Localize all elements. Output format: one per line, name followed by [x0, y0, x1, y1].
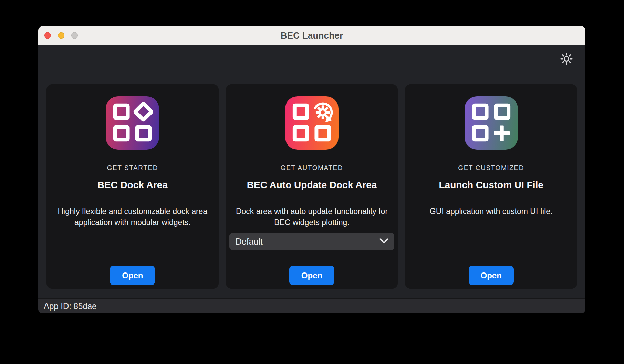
- card-bec-dock-area: GET STARTED BEC Dock Area Highly flexibl…: [46, 84, 219, 289]
- main-content: GET STARTED BEC Dock Area Highly flexibl…: [38, 45, 585, 298]
- launcher-cards: GET STARTED BEC Dock Area Highly flexibl…: [46, 84, 577, 289]
- card-title: Launch Custom UI File: [439, 180, 543, 191]
- dropdown-selected-value: Default: [236, 237, 263, 247]
- open-button-auto-update[interactable]: Open: [289, 266, 334, 285]
- open-button-dock-area[interactable]: Open: [110, 266, 155, 285]
- window-title: BEC Launcher: [281, 30, 343, 41]
- card-launch-custom-ui: GET CUSTOMIZED Launch Custom UI File GUI…: [405, 84, 577, 289]
- minimize-button[interactable]: [58, 32, 64, 39]
- bec-launcher-window: BEC Launcher: [38, 26, 585, 313]
- sun-icon: [560, 53, 573, 66]
- titlebar[interactable]: BEC Launcher: [38, 26, 585, 45]
- card-auto-update-dock-area: GET AUTOMATED BEC Auto Update Dock Area …: [226, 84, 398, 289]
- update-mode-dropdown[interactable]: Default: [229, 233, 395, 250]
- card-description: GUI application with custom UI file.: [430, 206, 553, 217]
- traffic-lights: [44, 32, 78, 39]
- open-button-custom-ui[interactable]: Open: [469, 266, 514, 285]
- dock-grid-gear-refresh-icon: [285, 96, 339, 150]
- theme-toggle-button[interactable]: [560, 53, 573, 66]
- card-description: Highly flexible and customizable dock ar…: [50, 206, 215, 228]
- card-description: Dock area with auto update functionality…: [229, 206, 395, 228]
- chevron-down-icon: [379, 238, 389, 245]
- app-id-label: App ID: 85dae: [44, 301, 96, 311]
- screen: BEC Launcher: [0, 0, 624, 364]
- dock-grid-diamond-icon: [106, 96, 159, 150]
- card-eyebrow: GET CUSTOMIZED: [458, 164, 524, 172]
- statusbar: App ID: 85dae: [38, 298, 585, 313]
- zoom-button[interactable]: [71, 32, 78, 39]
- card-title: BEC Auto Update Dock Area: [247, 180, 377, 191]
- card-eyebrow: GET STARTED: [107, 164, 158, 172]
- card-eyebrow: GET AUTOMATED: [281, 164, 343, 172]
- card-title: BEC Dock Area: [97, 180, 168, 191]
- dock-grid-plus-icon: [465, 96, 518, 150]
- close-button[interactable]: [44, 32, 51, 39]
